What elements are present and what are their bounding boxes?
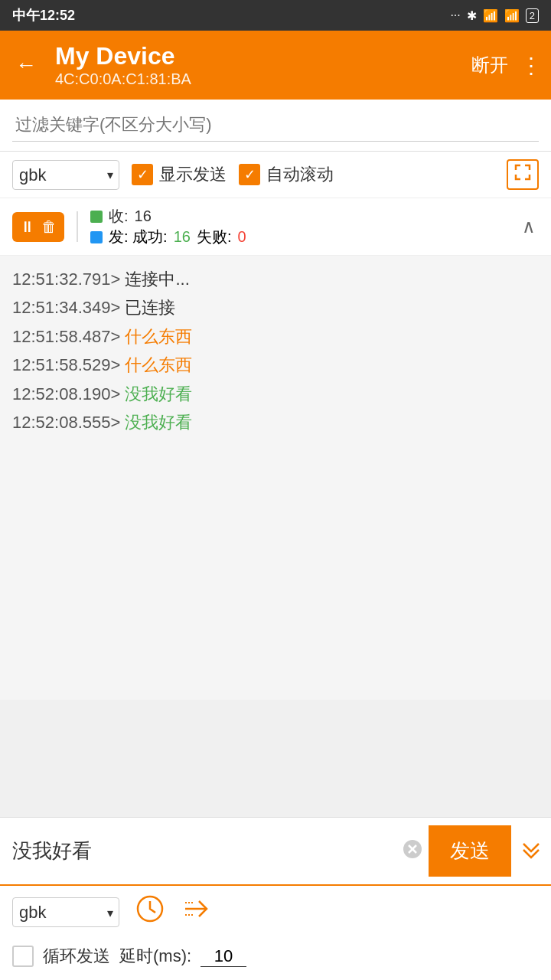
- show-send-label: 显示发送: [159, 163, 227, 186]
- pause-icon: ⏸: [20, 218, 35, 236]
- input-row: 发送: [0, 818, 551, 886]
- message-input[interactable]: [12, 839, 396, 863]
- status-bar: 中午12:52 ··· ✱ 📶 📶 2: [0, 0, 551, 31]
- wifi-icon: 📶: [504, 8, 520, 23]
- log-timestamp: 12:52:08.555>: [12, 413, 120, 432]
- recv-stats: 收: 16: [90, 206, 510, 227]
- log-content: 没我好看: [120, 384, 192, 403]
- auto-scroll-label: 自动滚动: [266, 163, 334, 186]
- bottom-encoding-select[interactable]: gbk utf-8 ascii: [12, 897, 119, 927]
- send-dot: [90, 231, 103, 243]
- loop-checkbox[interactable]: [12, 946, 34, 967]
- send-direction-button[interactable]: [181, 893, 211, 931]
- header-title: My Device 4C:C0:0A:C1:81:BA: [55, 42, 459, 88]
- send-button[interactable]: 发送: [429, 825, 511, 877]
- delay-label: 延时(ms):: [119, 945, 191, 968]
- vertical-divider: [77, 211, 78, 242]
- clear-input-button[interactable]: [396, 836, 429, 867]
- controls-row: gbk utf-8 ascii 显示发送 自动滚动: [0, 152, 551, 198]
- bottom-tools: gbk utf-8 ascii: [0, 886, 551, 939]
- send-stats: 发: 成功: 16 失败: 0: [90, 227, 510, 247]
- show-send-checkbox[interactable]: [132, 164, 153, 185]
- battery-icon: 2: [526, 8, 539, 23]
- log-timestamp: 12:51:58.487>: [12, 327, 120, 346]
- auto-scroll-group: 自动滚动: [239, 163, 334, 186]
- log-content: 什么东西: [120, 355, 192, 374]
- bottom-encoding-select-wrapper: gbk utf-8 ascii: [12, 897, 119, 927]
- log-content: 连接中...: [120, 270, 189, 289]
- bluetooth-icon: ✱: [467, 8, 477, 23]
- status-time: 中午12:52: [12, 6, 75, 24]
- log-line: 12:51:58.529> 什么东西: [12, 351, 539, 379]
- log-line: 12:52:08.190> 没我好看: [12, 380, 539, 408]
- filter-input[interactable]: [12, 109, 539, 142]
- disconnect-button[interactable]: 断开: [471, 53, 508, 77]
- filter-section: [0, 100, 551, 152]
- log-line: 12:51:34.349> 已连接: [12, 293, 539, 322]
- send-success-count: 16: [174, 228, 191, 246]
- log-area: 12:51:32.791> 连接中...12:51:34.349> 已连接12:…: [0, 256, 551, 700]
- log-line: 12:51:58.487> 什么东西: [12, 322, 539, 351]
- status-icons: ··· ✱ 📶 📶 2: [450, 8, 539, 23]
- log-timestamp: 12:52:08.190>: [12, 384, 120, 403]
- log-content: 没我好看: [120, 413, 192, 432]
- log-timestamp: 12:51:34.349>: [12, 298, 120, 317]
- log-content: 什么东西: [120, 327, 192, 346]
- header-actions: 断开 ⋮: [471, 53, 542, 78]
- stats-row: ⏸ 🗑 收: 16 发: 成功: 16 失败: 0 ∧: [0, 198, 551, 256]
- collapse-button[interactable]: ∧: [519, 213, 539, 240]
- history-button[interactable]: [135, 893, 165, 931]
- stats-text: 收: 16 发: 成功: 16 失败: 0: [90, 206, 510, 247]
- fail-count: 0: [237, 228, 246, 246]
- log-line: 12:51:32.791> 连接中...: [12, 265, 539, 293]
- fail-label: 失败:: [197, 227, 232, 247]
- back-button[interactable]: ←: [9, 47, 43, 83]
- signal-dots-icon: ···: [450, 8, 460, 22]
- loop-label: 循环发送: [43, 945, 110, 968]
- signal-icon: 📶: [483, 8, 498, 23]
- recv-label: 收:: [109, 206, 129, 227]
- device-mac: 4C:C0:0A:C1:81:BA: [55, 70, 459, 88]
- trash-icon: 🗑: [41, 218, 57, 236]
- send-label: 发: 成功:: [109, 227, 168, 247]
- log-line: 12:52:08.555> 没我好看: [12, 408, 539, 436]
- encoding-select[interactable]: gbk utf-8 ascii: [12, 160, 119, 190]
- log-timestamp: 12:51:32.791>: [12, 270, 120, 289]
- auto-scroll-checkbox[interactable]: [239, 164, 260, 185]
- encoding-select-wrapper: gbk utf-8 ascii: [12, 160, 119, 190]
- loop-row: 循环发送 延时(ms):: [0, 939, 551, 980]
- recv-dot: [90, 211, 103, 223]
- stats-controls-button[interactable]: ⏸ 🗑: [12, 212, 64, 242]
- fullscreen-button[interactable]: [507, 159, 539, 190]
- expand-button[interactable]: [511, 831, 551, 871]
- bottom-area: 发送 gbk utf-8 ascii: [0, 817, 551, 980]
- header: ← My Device 4C:C0:0A:C1:81:BA 断开 ⋮: [0, 31, 551, 100]
- log-timestamp: 12:51:58.529>: [12, 355, 120, 374]
- device-name: My Device: [55, 42, 459, 70]
- show-send-group: 显示发送: [132, 163, 227, 186]
- log-content: 已连接: [120, 298, 175, 317]
- more-menu-button[interactable]: ⋮: [520, 53, 542, 78]
- recv-count: 16: [135, 207, 152, 225]
- delay-input[interactable]: [201, 946, 246, 967]
